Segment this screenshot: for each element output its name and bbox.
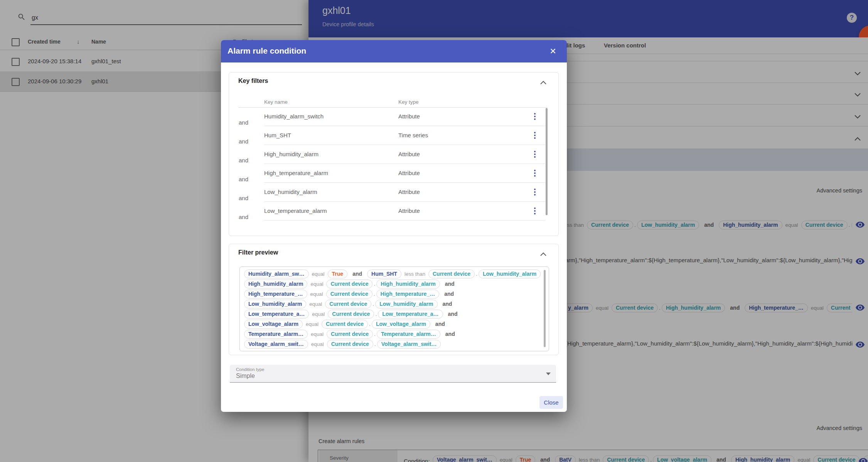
chip-and: and bbox=[350, 271, 364, 277]
chip-and: and bbox=[440, 301, 455, 307]
chip-ent: Current device bbox=[326, 290, 372, 298]
scrollbar[interactable] bbox=[546, 108, 548, 215]
chip-op: equal bbox=[312, 311, 325, 317]
filter-line: Voltage_alarm_swit…equalCurrent device.V… bbox=[244, 339, 541, 349]
chip-dot: . bbox=[375, 311, 377, 317]
chip-attr: High_temperature_… bbox=[376, 290, 440, 298]
filter-line: Low_humidity_alarmequalCurrent device.Lo… bbox=[244, 299, 541, 309]
kebab-menu-icon bbox=[534, 151, 536, 152]
chip-key: Humidity_alarm_sw… bbox=[244, 270, 309, 278]
filter-line: High_humidity_alarmequalCurrent device.H… bbox=[244, 279, 541, 289]
chip-op: equal bbox=[310, 291, 324, 297]
and-label: and bbox=[239, 157, 248, 164]
row-menu-button[interactable] bbox=[530, 169, 539, 178]
filter-line: Low_voltage_alarmequalCurrent device.Low… bbox=[244, 319, 541, 329]
chip-attr: Low_humidity_alarm bbox=[375, 300, 437, 309]
chip-and: and bbox=[443, 281, 457, 287]
chip-ent: Current device bbox=[327, 330, 373, 339]
chip-attr: High_humidity_alarm bbox=[376, 280, 440, 288]
chip-dot: . bbox=[374, 341, 376, 347]
close-button[interactable]: Close bbox=[539, 396, 563, 409]
dropdown-caret-icon bbox=[546, 373, 551, 375]
scrollbar[interactable] bbox=[544, 270, 546, 347]
collapse-chevron-up-icon[interactable] bbox=[540, 79, 546, 86]
key-type-cell: Time series bbox=[398, 132, 428, 138]
key-filter-rows: and Humidity_alarm_switch Attribute and … bbox=[229, 107, 548, 221]
key-type-cell: Attribute bbox=[398, 207, 420, 214]
close-icon[interactable]: ✕ bbox=[547, 45, 559, 57]
key-filter-row: and Low_temperature_alarm Attribute bbox=[229, 202, 548, 221]
row-separator bbox=[264, 220, 545, 221]
chip-op: equal bbox=[310, 281, 324, 287]
filter-preview-box: Humidity_alarm_sw…equalTrueandHum_SHTles… bbox=[239, 266, 549, 351]
chip-ent: Current device bbox=[326, 280, 372, 288]
filter-line: Humidity_alarm_sw…equalTrueandHum_SHTles… bbox=[244, 269, 541, 279]
key-type-cell: Attribute bbox=[398, 113, 420, 120]
chip-op: equal bbox=[312, 271, 325, 277]
kebab-menu-icon bbox=[534, 170, 536, 171]
chip-key: Low_voltage_alarm bbox=[244, 320, 303, 329]
key-name-cell: Hum_SHT bbox=[264, 132, 291, 138]
row-menu-button[interactable] bbox=[530, 206, 539, 216]
condition-type-select[interactable]: Condition type Simple bbox=[230, 365, 556, 383]
screen: Created time ↓ Name Profile type 2024-09… bbox=[0, 0, 868, 462]
key-filters-card: Key filters Key name Key type and Humidi… bbox=[229, 72, 559, 236]
chip-key: Low_humidity_alarm bbox=[244, 300, 306, 309]
row-menu-button[interactable] bbox=[530, 150, 539, 159]
chip-ent: Current device bbox=[322, 320, 368, 329]
key-type-cell: Attribute bbox=[398, 151, 420, 157]
row-menu-button[interactable] bbox=[530, 131, 539, 140]
chip-dot: . bbox=[369, 321, 371, 327]
and-label: and bbox=[239, 176, 248, 182]
chip-dot: . bbox=[374, 331, 376, 337]
filter-line: Low_temperature_a…equalCurrent device.Lo… bbox=[244, 309, 541, 319]
chip-ent: Current device bbox=[325, 300, 371, 309]
filter-line: Temperature_alarm…equalCurrent device.Te… bbox=[244, 329, 541, 339]
and-label: and bbox=[239, 214, 248, 220]
filter-line: High_temperature_…equalCurrent device.Hi… bbox=[244, 289, 541, 299]
chip-ent: Current device bbox=[327, 340, 373, 349]
chip-op: less than bbox=[404, 271, 426, 277]
key-type-cell: Attribute bbox=[398, 170, 420, 176]
chip-val: True bbox=[328, 270, 348, 278]
chip-op: equal bbox=[310, 331, 324, 337]
chip-key: Voltage_alarm_swit… bbox=[244, 340, 308, 349]
chip-dot: . bbox=[372, 301, 374, 307]
chip-dot: . bbox=[475, 271, 478, 277]
chip-key: High_humidity_alarm bbox=[244, 280, 307, 288]
key-filter-row: and High_humidity_alarm Attribute bbox=[229, 145, 548, 164]
key-name-cell: High_temperature_alarm bbox=[264, 170, 328, 176]
chip-op: equal bbox=[305, 321, 319, 327]
key-name-cell: Low_humidity_alarm bbox=[264, 189, 317, 195]
chip-attr: Voltage_alarm_swit… bbox=[377, 340, 441, 349]
chip-key: Low_temperature_a… bbox=[244, 310, 309, 319]
key-filter-row: and Humidity_alarm_switch Attribute bbox=[229, 107, 548, 126]
chip-and: and bbox=[443, 331, 457, 337]
chip-and: and bbox=[442, 291, 456, 297]
chip-attr: Temperature_alarm… bbox=[377, 330, 440, 339]
column-key-name: Key name bbox=[264, 99, 288, 105]
key-name-cell: Humidity_alarm_switch bbox=[264, 113, 324, 120]
row-menu-button[interactable] bbox=[530, 112, 539, 121]
key-name-cell: Low_temperature_alarm bbox=[264, 207, 327, 214]
key-filters-title: Key filters bbox=[238, 78, 268, 84]
row-menu-button[interactable] bbox=[530, 187, 539, 197]
key-type-cell: Attribute bbox=[398, 189, 420, 195]
and-label: and bbox=[239, 119, 248, 126]
key-name-cell: High_humidity_alarm bbox=[264, 151, 319, 157]
kebab-menu-icon bbox=[534, 189, 536, 190]
condition-type-value: Simple bbox=[236, 373, 255, 379]
chip-key: Hum_SHT bbox=[367, 270, 401, 278]
collapse-chevron-up-icon[interactable] bbox=[540, 251, 546, 258]
kebab-menu-icon bbox=[534, 113, 536, 115]
filter-preview-title: Filter preview bbox=[238, 249, 278, 256]
and-label: and bbox=[239, 138, 248, 145]
chip-ent: Current device bbox=[328, 310, 374, 319]
condition-type-label: Condition type bbox=[236, 367, 265, 372]
chip-attr: Low_voltage_alarm bbox=[372, 320, 430, 329]
chip-dot: . bbox=[373, 281, 376, 287]
chip-and: and bbox=[433, 321, 447, 327]
kebab-menu-icon bbox=[534, 132, 536, 133]
filter-preview-lines: Humidity_alarm_sw…equalTrueandHum_SHTles… bbox=[244, 269, 541, 349]
chip-attr: Low_temperature_a… bbox=[378, 310, 443, 319]
